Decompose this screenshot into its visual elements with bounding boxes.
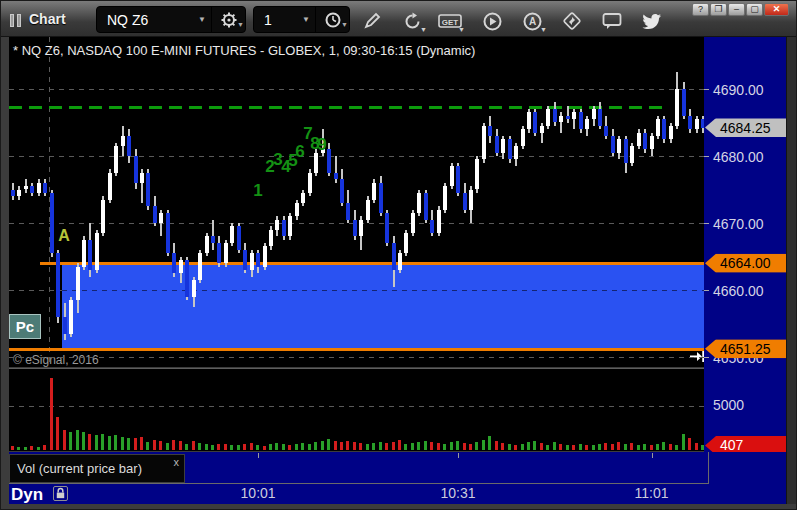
volume-bar — [63, 430, 66, 450]
refresh-chart-button[interactable]: ▼ — [399, 10, 425, 32]
candlestick — [624, 139, 628, 162]
dock-button[interactable]: ❐ — [710, 3, 727, 16]
volume-bar — [134, 438, 137, 450]
pc-badge[interactable]: Pc — [9, 314, 41, 339]
volume-bar — [230, 445, 233, 450]
volume-bar — [314, 442, 317, 450]
volume-bar — [398, 440, 401, 450]
candlestick — [495, 136, 499, 153]
candlestick — [572, 112, 576, 119]
candlestick — [205, 236, 209, 253]
candlestick — [334, 173, 338, 180]
volume-bar — [617, 442, 620, 450]
candlestick — [101, 200, 105, 234]
candlestick — [30, 186, 34, 193]
get-data-button[interactable]: GET ▼ — [437, 10, 463, 32]
candlestick — [688, 116, 692, 129]
maximize-button[interactable]: ▢ — [746, 3, 763, 16]
candlestick — [482, 126, 486, 160]
titlebar: Chart NQ Z6 ▼ ▼ 1 — [1, 1, 797, 37]
price-zone-rectangle — [62, 264, 704, 348]
alert-price-tag: 4651.25 — [705, 339, 786, 358]
volume-bar — [153, 440, 156, 450]
volume-pane[interactable] — [9, 368, 704, 451]
candlestick — [643, 133, 647, 150]
volume-bar — [114, 435, 117, 450]
time-tick — [258, 453, 259, 458]
volume-bar — [566, 445, 569, 450]
volume-bar — [456, 441, 459, 450]
volume-bar — [121, 437, 124, 450]
volume-bar — [172, 440, 175, 450]
comment-button[interactable] — [599, 10, 625, 32]
help-button[interactable]: ? — [692, 3, 709, 16]
play-icon — [483, 12, 502, 31]
annotation-number: 6 — [295, 142, 304, 162]
price-tick-label: 4680.00 — [713, 149, 764, 165]
time-tick-label: 11:01 — [635, 485, 669, 501]
volume-gridline — [9, 406, 704, 407]
volume-bar — [650, 445, 653, 450]
candlestick — [359, 220, 363, 237]
price-pane[interactable]: * NQ Z6, NASDAQ 100 E-MINI FUTURES - GLO… — [9, 37, 704, 367]
volume-bar — [256, 445, 259, 450]
gear-icon — [221, 12, 237, 28]
symbol-input[interactable]: NQ Z6 — [97, 12, 193, 28]
minimize-button[interactable]: – — [728, 3, 745, 16]
chart-symbol-title: * NQ Z6, NASDAQ 100 E-MINI FUTURES - GLO… — [13, 43, 475, 58]
alerts-button[interactable]: A ▼ — [519, 10, 545, 32]
volume-bar — [682, 434, 685, 450]
volume-tick-label: 5000 — [713, 397, 744, 413]
twitter-button[interactable] — [639, 10, 665, 32]
volume-bar — [417, 442, 420, 450]
zone-bottom-line — [9, 348, 704, 351]
axis-tick — [704, 156, 709, 157]
candle-wick — [567, 106, 569, 123]
volume-bar — [424, 441, 427, 450]
axis-tick — [704, 357, 709, 358]
symbol-settings-button[interactable]: ▼ — [212, 12, 245, 28]
close-button[interactable]: ✕ — [764, 3, 789, 16]
lock-icon[interactable] — [53, 486, 68, 501]
candlestick — [379, 183, 383, 213]
candlestick — [114, 146, 118, 173]
chart-area: 4690.004680.004670.004660.004650.004684.… — [1, 37, 797, 504]
price-tick-label: 4670.00 — [713, 216, 764, 232]
interval-input[interactable]: 1 — [254, 12, 297, 28]
annotation-a: A — [58, 227, 70, 245]
candlestick — [456, 166, 460, 193]
time-template-button[interactable]: ▼ — [316, 12, 349, 28]
share-button[interactable] — [559, 10, 585, 32]
volume-bar — [527, 442, 530, 450]
volume-bar — [282, 444, 285, 450]
candlestick — [392, 243, 396, 270]
volume-bar — [101, 434, 104, 450]
window-controls: ? ❐ – ▢ ✕ — [692, 3, 789, 16]
play-button[interactable] — [479, 10, 505, 32]
candlestick — [237, 226, 241, 249]
volume-bar — [521, 444, 524, 450]
candlestick — [340, 179, 344, 202]
volume-bar — [127, 438, 130, 450]
candlestick — [579, 112, 583, 129]
candlestick — [695, 119, 699, 129]
volume-bar — [224, 444, 227, 450]
symbol-dropdown-caret[interactable]: ▼ — [193, 15, 211, 24]
axis-tick — [704, 290, 709, 291]
annotation-number: 1 — [253, 181, 262, 201]
interval-group: 1 ▼ ▼ — [253, 6, 350, 33]
close-study-icon[interactable]: x — [174, 456, 180, 468]
svg-text:A: A — [528, 16, 535, 27]
volume-study-tab[interactable]: Vol (current price bar) x — [9, 454, 185, 483]
candlestick — [385, 213, 389, 243]
candlestick — [243, 250, 247, 270]
price-axis[interactable]: 4690.004680.004670.004660.004650.004684.… — [704, 37, 786, 504]
draw-tool-button[interactable] — [359, 10, 385, 32]
candlestick — [69, 300, 73, 334]
candlestick — [669, 126, 673, 139]
price-tick-label: 4690.00 — [713, 82, 764, 98]
interval-dropdown-caret[interactable]: ▼ — [297, 15, 315, 24]
candlestick — [11, 190, 15, 197]
volume-bar — [301, 443, 304, 450]
volume-bar — [37, 447, 40, 450]
